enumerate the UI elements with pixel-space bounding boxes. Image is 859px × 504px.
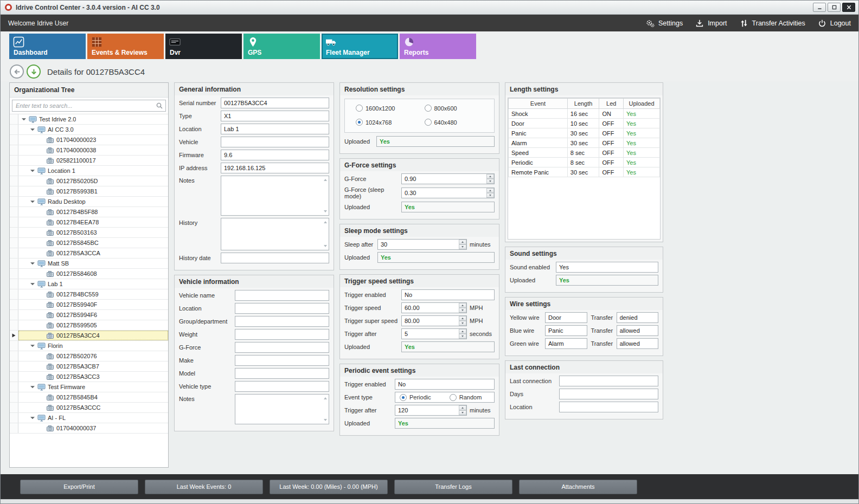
- tree-device-00127b599505[interactable]: 00127B599505: [10, 320, 168, 331]
- radio-option-800x600[interactable]: 800x600: [425, 105, 490, 112]
- tree-expander-icon[interactable]: [29, 199, 36, 204]
- yellow-wire-transfer-input[interactable]: [617, 312, 659, 323]
- tree-device-017040000038[interactable]: 017040000038: [10, 145, 168, 156]
- g-force-input[interactable]: [401, 173, 495, 184]
- maximize-button[interactable]: [828, 3, 841, 12]
- back-button[interactable]: [10, 64, 24, 79]
- sound-enabled-input[interactable]: [556, 262, 658, 273]
- spinner-buttons[interactable]: [459, 329, 466, 339]
- tree-search-input[interactable]: [12, 100, 166, 112]
- spinner-buttons[interactable]: [459, 303, 466, 313]
- event-row-shock[interactable]: Shock16 secONYes: [509, 109, 660, 119]
- tree-group-test-idrive-2-0[interactable]: Test Idrive 2.0: [10, 114, 168, 125]
- yellow-wire-input[interactable]: [545, 312, 587, 323]
- export-print-button[interactable]: Export/Print: [20, 480, 138, 494]
- tree-group-radu-desktop[interactable]: Radu Desktop: [10, 197, 168, 207]
- type-input[interactable]: [221, 111, 329, 121]
- minimize-button[interactable]: [813, 3, 826, 12]
- tree-device-00127b50205d[interactable]: 00127B50205D: [10, 176, 168, 186]
- column-header-led[interactable]: Led: [599, 99, 624, 109]
- days-input[interactable]: [559, 389, 658, 399]
- ip-address-input[interactable]: [221, 163, 329, 173]
- tree-device-00127b502076[interactable]: 00127B502076: [10, 351, 168, 361]
- trigger-speed-input[interactable]: [401, 302, 467, 313]
- tree-device-017040000037[interactable]: 017040000037: [10, 423, 168, 434]
- tree-expander-icon[interactable]: [29, 169, 36, 173]
- notes-input[interactable]: [221, 176, 329, 216]
- settings-button[interactable]: Settings: [645, 18, 683, 28]
- event-row-remote-panic[interactable]: Remote Panic30 secOFFYes: [509, 167, 660, 177]
- tree-group-location-1[interactable]: Location 1: [10, 166, 168, 176]
- tree-group-test-firmware[interactable]: Test Firmware: [10, 382, 168, 392]
- spinner-buttons[interactable]: [459, 240, 466, 249]
- close-button[interactable]: [842, 3, 855, 12]
- trigger-enabled-input[interactable]: [395, 379, 495, 390]
- uploaded-input[interactable]: [401, 341, 495, 352]
- tree-device-00127b4b5f88[interactable]: 00127B4B5F88: [10, 207, 168, 217]
- event-row-panic[interactable]: Panic30 secOFFYes: [509, 128, 660, 138]
- g-force-sleep-mode-input[interactable]: [401, 188, 495, 198]
- tab-dashboard[interactable]: Dashboard: [9, 34, 86, 59]
- logout-button[interactable]: Logout: [817, 18, 851, 28]
- tree-device-00127b584608[interactable]: 00127B584608: [10, 269, 168, 279]
- g-force-input[interactable]: [235, 342, 329, 353]
- uploaded-input[interactable]: [401, 202, 495, 212]
- tree-device-017040000023[interactable]: 017040000023: [10, 135, 168, 145]
- tree-device-00127b5a3cc3[interactable]: 00127B5A3CC3: [10, 372, 168, 382]
- tree-device-00127b4bc559[interactable]: 00127B4BC559: [10, 289, 168, 300]
- location-input[interactable]: [235, 303, 329, 314]
- weight-input[interactable]: [235, 329, 329, 340]
- tree-device-00127b5a3cc4[interactable]: 00127B5A3CC4: [10, 331, 168, 341]
- radio-option-1024x768[interactable]: 1024x768: [356, 119, 421, 126]
- tree-group-lab-1[interactable]: Lab 1: [10, 279, 168, 289]
- tree-expander-icon[interactable]: [29, 344, 36, 348]
- blue-wire-transfer-input[interactable]: [617, 325, 659, 336]
- tree-device-00127b5993b1[interactable]: 00127B5993B1: [10, 186, 168, 197]
- trigger-enabled-input[interactable]: [401, 289, 495, 300]
- tree-device-00127b5a3ccc[interactable]: 00127B5A3CCC: [10, 403, 168, 413]
- tree-expander-icon[interactable]: [29, 416, 36, 420]
- column-header-event[interactable]: Event: [509, 99, 568, 109]
- event-row-periodic[interactable]: Periodic8 secOFFYes: [509, 158, 660, 167]
- tree-device-00127b5845b4[interactable]: 00127B5845B4: [10, 392, 168, 403]
- make-input[interactable]: [235, 355, 329, 366]
- transfer-activities-button[interactable]: Transfer Activities: [739, 18, 805, 28]
- sleep-after-input[interactable]: [377, 239, 467, 250]
- tree-group-ai-cc-3-0[interactable]: AI CC 3.0: [10, 125, 168, 135]
- uploaded-input[interactable]: [376, 136, 495, 147]
- tab-events-reviews[interactable]: Events & Reviews: [87, 34, 164, 59]
- event-row-speed[interactable]: Speed8 secOFFYes: [509, 148, 660, 158]
- last-week-events-0-button[interactable]: Last Week Events: 0: [145, 480, 263, 494]
- uploaded-input[interactable]: [395, 418, 495, 429]
- tree-expander-icon[interactable]: [21, 117, 27, 121]
- tree-device-025821100017[interactable]: 025821100017: [10, 156, 168, 166]
- tree-device-00127b503163[interactable]: 00127B503163: [10, 228, 168, 238]
- green-wire-transfer-input[interactable]: [617, 338, 659, 349]
- blue-wire-input[interactable]: [545, 325, 587, 336]
- tab-reports[interactable]: Reports: [400, 34, 476, 59]
- spinner-buttons[interactable]: [459, 316, 466, 326]
- column-header-uploaded[interactable]: Uploaded: [624, 99, 660, 109]
- location-input[interactable]: [221, 124, 329, 134]
- tree-device-00127b4eea78[interactable]: 00127B4EEA78: [10, 217, 168, 228]
- tab-gps[interactable]: GPS: [243, 34, 320, 59]
- radio-option-random[interactable]: Random: [450, 394, 482, 401]
- vehicle-input[interactable]: [221, 137, 329, 147]
- spinner-buttons[interactable]: [459, 405, 466, 415]
- notes-input[interactable]: [235, 394, 329, 424]
- green-wire-input[interactable]: [545, 338, 587, 349]
- tree-expander-icon[interactable]: [29, 282, 36, 286]
- tab-dvr[interactable]: Dvr: [165, 34, 242, 59]
- history-date-input[interactable]: [221, 253, 329, 263]
- vehicle-type-input[interactable]: [235, 381, 329, 392]
- tab-fleet-manager[interactable]: Fleet Manager: [322, 34, 398, 59]
- uploaded-input[interactable]: [556, 275, 658, 286]
- uploaded-input[interactable]: [377, 252, 495, 263]
- radio-option-640x480[interactable]: 640x480: [425, 119, 490, 126]
- last-connection-input[interactable]: [559, 376, 658, 386]
- vehicle-name-input[interactable]: [235, 290, 329, 301]
- tree-device-00127b5a3cb7[interactable]: 00127B5A3CB7: [10, 361, 168, 372]
- tree-device-00127b5a3cca[interactable]: 00127B5A3CCA: [10, 248, 168, 259]
- trigger-after-input[interactable]: [395, 405, 467, 416]
- tree-group-matt-sb[interactable]: Matt SB: [10, 259, 168, 269]
